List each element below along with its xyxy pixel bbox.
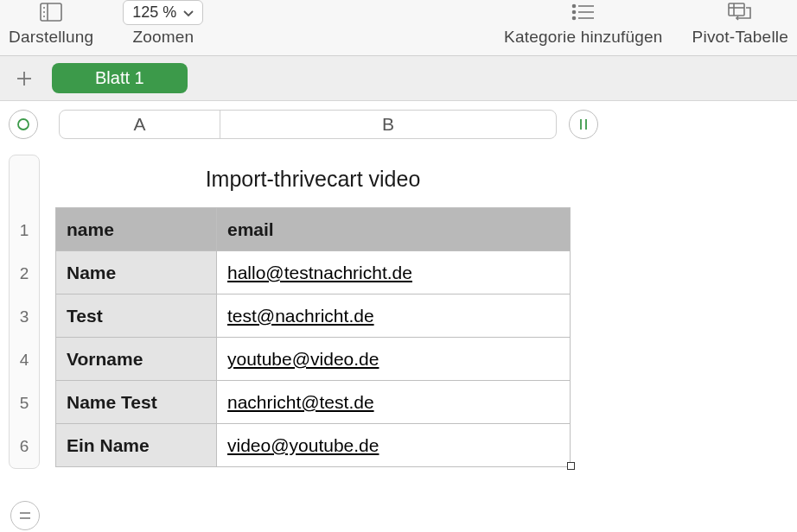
svg-rect-11	[729, 3, 744, 16]
sheet-tab-bar: Blatt 1	[0, 56, 797, 101]
cell-name[interactable]: Test	[56, 294, 217, 338]
header-name[interactable]: name	[56, 208, 217, 251]
column-headers: A B	[59, 110, 557, 139]
row-header-4[interactable]: 4	[10, 339, 39, 382]
row-header-6[interactable]: 6	[10, 425, 39, 468]
email-link[interactable]: hallo@testnachricht.de	[227, 263, 412, 282]
column-header-a[interactable]: A	[60, 111, 220, 138]
row-add-handle[interactable]	[10, 501, 40, 530]
email-link[interactable]: youtube@video.de	[227, 349, 379, 369]
svg-point-16	[18, 119, 29, 130]
cell-email[interactable]: hallo@testnachricht.de	[217, 251, 571, 294]
toolbar-add-category[interactable]: Kategorie hinzufügen	[504, 0, 663, 50]
column-header-b[interactable]: B	[220, 111, 556, 138]
cell-email[interactable]: youtube@video.de	[217, 338, 571, 381]
header-email[interactable]: email	[217, 208, 571, 251]
svg-point-9	[572, 17, 575, 20]
toolbar-view[interactable]: Darstellung	[9, 0, 93, 50]
table-row[interactable]: Vorname youtube@video.de	[56, 338, 571, 381]
cell-email[interactable]: nachricht@test.de	[217, 381, 571, 424]
toolbar-zoom[interactable]: 125 % Zoomen	[123, 0, 203, 50]
cell-email[interactable]: video@youtube.de	[217, 424, 571, 467]
table-block: Import-thrivecart video name email Name …	[55, 155, 571, 469]
column-add-handle[interactable]	[569, 110, 598, 139]
toolbar-pivot[interactable]: Pivot-Tabelle	[692, 0, 788, 50]
data-table[interactable]: name email Name hallo@testnachricht.de T…	[55, 207, 571, 467]
toolbar-pivot-label: Pivot-Tabelle	[692, 28, 788, 50]
table-row[interactable]: Name Test nachricht@test.de	[56, 381, 571, 424]
cell-email[interactable]: test@nachricht.de	[217, 294, 571, 338]
chevron-down-icon	[183, 3, 194, 22]
table-row[interactable]: Test test@nachricht.de	[56, 294, 571, 338]
toolbar-add-category-label: Kategorie hinzufügen	[504, 28, 663, 50]
svg-point-5	[572, 5, 575, 8]
table-title[interactable]: Import-thrivecart video	[55, 155, 571, 207]
table-header-row[interactable]: name email	[56, 208, 571, 251]
zoom-dropdown[interactable]: 125 %	[123, 0, 203, 25]
selection-handle[interactable]	[567, 462, 575, 470]
email-link[interactable]: test@nachricht.de	[227, 306, 374, 326]
cell-name[interactable]: Name Test	[56, 381, 217, 424]
toolbar-zoom-label: Zoomen	[132, 28, 194, 50]
row-header-5[interactable]: 5	[10, 382, 39, 425]
svg-point-7	[572, 11, 575, 14]
cell-name[interactable]: Name	[56, 251, 217, 294]
cell-name[interactable]: Ein Name	[56, 424, 217, 467]
sheet-area: A B 1 2 3 4 5 6 Import-thrivecart video …	[0, 101, 797, 532]
table-row[interactable]: Name hallo@testnachricht.de	[56, 251, 571, 294]
pivot-icon	[728, 0, 752, 24]
email-link[interactable]: nachricht@test.de	[227, 392, 374, 412]
row-header-2[interactable]: 2	[10, 252, 39, 295]
row-header-3[interactable]: 3	[10, 295, 39, 339]
row-header-1[interactable]: 1	[10, 209, 39, 252]
list-icon	[571, 0, 596, 24]
add-sheet-button[interactable]	[7, 61, 41, 96]
tab-sheet-1[interactable]: Blatt 1	[52, 63, 188, 93]
select-all-circle[interactable]	[9, 110, 38, 139]
zoom-value: 125 %	[132, 3, 176, 22]
row-headers: 1 2 3 4 5 6	[9, 155, 40, 469]
table-row[interactable]: Ein Name video@youtube.de	[56, 424, 571, 467]
cell-name[interactable]: Vorname	[56, 338, 217, 381]
toolbar: Darstellung 125 % Zoomen	[0, 0, 797, 56]
email-link[interactable]: video@youtube.de	[227, 435, 379, 455]
sidebar-layout-icon	[40, 0, 62, 24]
toolbar-view-label: Darstellung	[9, 28, 93, 50]
